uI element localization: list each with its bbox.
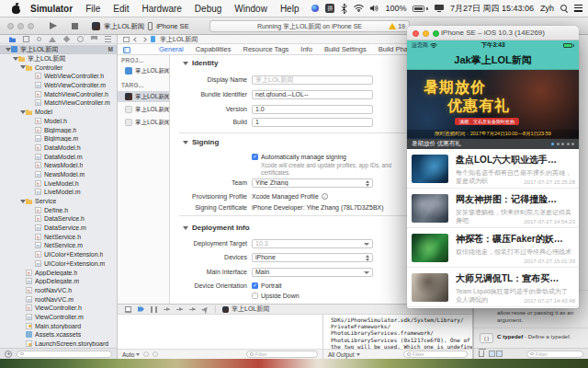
hide-debug-area-button[interactable] <box>125 306 131 313</box>
variables-scope-selector[interactable]: Auto <box>122 351 140 358</box>
navigator-file-row[interactable]: Service <box>0 197 117 206</box>
navigator-file-row[interactable]: AppDelegate.h <box>0 268 117 277</box>
notification-center-icon[interactable] <box>574 5 582 12</box>
settings-tab[interactable]: Info <box>300 45 312 53</box>
find-navigator-icon[interactable] <box>37 37 41 41</box>
snippet-filter-field[interactable] <box>526 351 583 358</box>
bundle-identifier-field[interactable] <box>252 90 373 99</box>
issue-navigator-icon[interactable] <box>49 37 56 42</box>
version-field[interactable] <box>252 105 373 114</box>
disclosure-triangle-icon[interactable] <box>12 57 18 61</box>
variables-filter-input[interactable] <box>255 351 315 357</box>
menu-item[interactable]: File <box>85 4 100 14</box>
navigator-file-row[interactable]: 掌上LOL新闻 M <box>0 45 117 54</box>
navigator-file-row[interactable]: NewsModel.m <box>0 170 117 179</box>
apple-menu-icon[interactable] <box>11 3 21 14</box>
bluetooth-icon[interactable] <box>341 4 347 14</box>
news-item[interactable]: 盘点LOL六大职业选手… 每个知名选手都有自己最不擅长的英雄，要是成为职 201… <box>407 149 579 189</box>
pause-button[interactable] <box>151 306 157 313</box>
navigator-filter-input[interactable] <box>26 351 109 357</box>
promo-banner[interactable]: 暑期放价 优惠有礼 满赠、宝石及装备限时抢购 限时抢购时间：2017年7月24日… <box>407 70 579 139</box>
portrait-checkbox[interactable] <box>252 282 258 289</box>
info-toggle-icon[interactable] <box>153 351 158 357</box>
stop-button[interactable] <box>72 23 78 29</box>
target-row-uitests[interactable]: 掌上LOL新闻 <box>118 117 169 128</box>
navigator-file-row[interactable]: DataService.m <box>0 224 117 233</box>
navigator-file-row[interactable]: LiveModel.h <box>0 178 117 188</box>
navigator-file-row[interactable]: BigImage.h <box>0 125 117 134</box>
input-method-icon[interactable]: 拼 <box>325 4 334 13</box>
menu-item[interactable]: Debug <box>195 4 221 14</box>
settings-tab[interactable]: General <box>159 45 184 53</box>
navigator-file-row[interactable]: Controller <box>0 63 117 72</box>
menubar-username[interactable]: Zyh <box>540 4 554 13</box>
forward-button[interactable] <box>141 37 147 42</box>
menu-item[interactable]: Edit <box>113 4 129 14</box>
breakpoint-navigator-icon[interactable] <box>91 36 97 42</box>
deployment-target-combo[interactable]: 10.3 <box>252 239 373 248</box>
breadcrumb[interactable]: 掌上LOL新闻 <box>160 35 198 44</box>
editor-column-toggle[interactable] <box>123 47 130 53</box>
console-scope-selector[interactable]: All Output <box>328 351 360 358</box>
settings-tab[interactable]: Resource Tags <box>243 45 288 53</box>
disclosure-triangle-icon[interactable] <box>19 65 26 69</box>
step-over-button[interactable] <box>164 306 170 313</box>
snippet-filter-input[interactable] <box>536 351 581 357</box>
close-button[interactable] <box>413 30 419 37</box>
add-button[interactable] <box>5 351 12 358</box>
close-button[interactable] <box>7 23 14 29</box>
debug-process[interactable]: 掌上LOL新闻 <box>222 305 269 314</box>
snippet-item[interactable]: { } C typedef - Define a typedef. <box>474 328 588 348</box>
navigator-file-row[interactable]: LaunchScreen.storyboard <box>0 339 117 348</box>
navigator-file-row[interactable]: AppDelegate.m <box>0 277 117 286</box>
navigator-file-row[interactable]: Define.h <box>0 205 117 214</box>
navigator-filter-field[interactable] <box>17 351 112 358</box>
step-out-button[interactable] <box>189 306 196 313</box>
breakpoints-toggle-button[interactable] <box>138 306 144 313</box>
debug-navigator-icon[interactable] <box>77 36 84 42</box>
symbol-navigator-icon[interactable] <box>23 36 29 42</box>
console-filter-field[interactable] <box>403 351 468 358</box>
news-item[interactable]: 神探苍：碾压Faker的妖… 双倍绕地走，假装打不过等经典心理战术 2017-0… <box>407 228 579 268</box>
settings-tab[interactable]: Build Settings <box>324 45 367 53</box>
siri-icon[interactable] <box>311 5 319 12</box>
library-toggle-buttons[interactable] <box>489 351 503 357</box>
variables-filter-field[interactable] <box>246 351 318 358</box>
spotlight-icon[interactable] <box>560 5 568 12</box>
menubar-clock[interactable]: 7月27日 周四 15:43:06 <box>450 3 534 15</box>
disclosure-triangle-icon[interactable] <box>19 110 26 114</box>
news-item[interactable]: 大师兄调侃TL：宣布买… Team Liquid疯狂签约选手的举动成为了众人调侃… <box>407 268 579 307</box>
navigator-file-row[interactable]: ViewController.h <box>0 304 117 313</box>
navigator-file-row[interactable]: DataModel.m <box>0 152 117 161</box>
scheme-selector[interactable]: 掌上LOL新闻 iPhone SE <box>92 20 189 32</box>
news-item[interactable]: 网友神拼图：记得撞脸… 笑笑惨遭躺枪，快来拼到前几张是记得真身吧 2017-07… <box>407 189 579 228</box>
team-popup[interactable]: Yihe Zhang <box>252 178 373 188</box>
test-navigator-icon[interactable] <box>63 36 70 42</box>
navigator-file-row[interactable]: NetService.h <box>0 232 117 241</box>
run-button[interactable] <box>50 22 57 29</box>
navigator-file-row[interactable]: DataModel.h <box>0 144 117 153</box>
auto-signing-checkbox[interactable] <box>252 154 258 160</box>
navigator-file-row[interactable]: NetService.m <box>0 241 117 250</box>
navigator-file-row[interactable]: rootNavVC.h <box>0 286 117 295</box>
navigator-file-row[interactable]: MatchViewController.m <box>0 98 117 108</box>
navigator-file-row[interactable]: 掌上LOL新闻 <box>0 54 117 63</box>
main-interface-combo[interactable]: Main <box>252 268 373 277</box>
minimize-button[interactable] <box>17 23 24 29</box>
target-row-tests[interactable]: 掌上LOL新闻 <box>118 104 169 115</box>
navigator-file-row[interactable]: UIColor+Extension.h <box>0 250 117 259</box>
settings-tab[interactable]: Capabilities <box>196 45 232 53</box>
show-only-icon[interactable] <box>143 351 149 357</box>
zoom-button[interactable] <box>433 30 439 37</box>
navigator-file-row[interactable]: BigImage.m <box>0 134 117 144</box>
navigator-file-row[interactable]: Assets.xcassets <box>0 330 117 339</box>
back-button[interactable] <box>133 37 139 42</box>
navigator-file-row[interactable]: UIColor+Extension.m <box>0 259 117 269</box>
battery-icon[interactable] <box>413 6 428 12</box>
menu-item[interactable]: Simulator <box>30 4 73 14</box>
warning-badge[interactable]: 19 <box>389 23 405 29</box>
info-icon[interactable]: i <box>322 193 328 200</box>
trash-icon[interactable] <box>479 351 484 357</box>
navigator-file-row[interactable]: WebViewController.m <box>0 81 117 90</box>
navigator-file-row[interactable]: LiveModel.m <box>0 188 117 197</box>
